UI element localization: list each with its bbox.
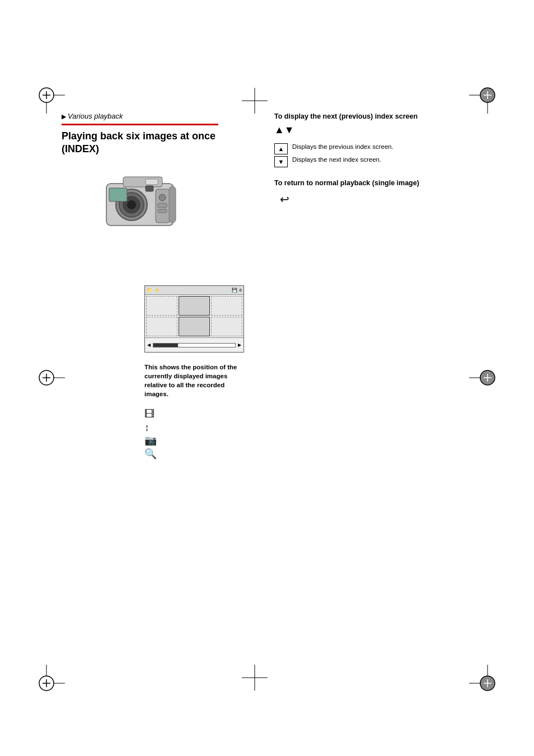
svg-rect-22 [109,188,127,201]
up-button-icon: ▲ [274,143,288,154]
svg-rect-23 [169,186,176,223]
corner-mark-rc [468,364,496,392]
index-icon-folder: 📁 [147,288,152,293]
right-column: To display the next (previous) index scr… [274,112,476,206]
index-top-bar: 📁 ⚡ 💾 6 [145,286,243,295]
corner-mark-lc [38,364,66,392]
corner-mark-bl [38,664,66,692]
corner-mark-tc [241,87,269,115]
corner-mark-tl [38,87,66,115]
index-icon-battery: ⚡ [154,288,160,293]
left-column: Various playback Playing back six images… [62,112,218,243]
up-down-symbol: ▲▼ [274,124,476,136]
corner-mark-tr [468,87,496,115]
diagram-caption: This shows the position of the currently… [144,363,244,398]
index-arrow-right: ▶ [238,342,241,348]
index-diagram: 📁 ⚡ 💾 6 ◀ ▶ [144,285,244,358]
progress-bar-outer [153,343,236,348]
index-icon-memory: 💾 [232,288,237,293]
icon-arrow-down: ↕ [144,422,157,434]
page: Various playback Playing back six images… [0,0,534,756]
progress-bar-inner [153,344,178,347]
svg-rect-16 [146,179,158,185]
index-cell-2 [179,296,210,316]
svg-point-14 [127,200,136,209]
return-symbol: ↩ [280,192,476,206]
icon-camera-small: 📷 [144,435,157,447]
index-bottom-bar: ◀ ▶ [145,337,243,352]
index-icon-num: 6 [240,288,242,293]
index-cell-6 [211,317,242,336]
svg-rect-19 [158,203,167,208]
index-grid [145,295,243,337]
red-underline [62,124,218,125]
camera-illustration [95,165,185,232]
camera-svg [95,167,185,231]
icon-magnify: 🔍 [144,448,157,461]
button-down-row: ▼ Displays the next index screen. [274,156,476,167]
index-cell-1 [146,296,177,316]
index-screen: 📁 ⚡ 💾 6 ◀ ▶ [144,285,244,353]
svg-rect-21 [146,186,153,191]
svg-rect-20 [158,209,167,213]
button-down-desc: Displays the next index screen. [292,156,381,164]
svg-point-18 [159,194,166,201]
corner-mark-bc [241,664,269,692]
down-button-icon: ▼ [274,156,288,167]
heading-next-index: To display the next (previous) index scr… [274,112,476,121]
corner-mark-br [468,664,496,692]
index-cell-5 [179,317,210,336]
heading-return: To return to normal playback (single ima… [274,179,476,187]
side-icons-strip: 🎞 ↕ 📷 🔍 [144,408,157,460]
section-title: Playing back six images at once (INDEX) [62,130,218,155]
index-arrow-left: ◀ [147,342,151,348]
button-up-row: ▲ Displays the previous index screen. [274,143,476,154]
button-up-desc: Displays the previous index screen. [292,143,394,151]
index-cell-3 [211,296,242,316]
section-tag: Various playback [62,112,218,120]
index-cell-4 [146,317,177,336]
icon-film: 🎞 [144,408,157,421]
